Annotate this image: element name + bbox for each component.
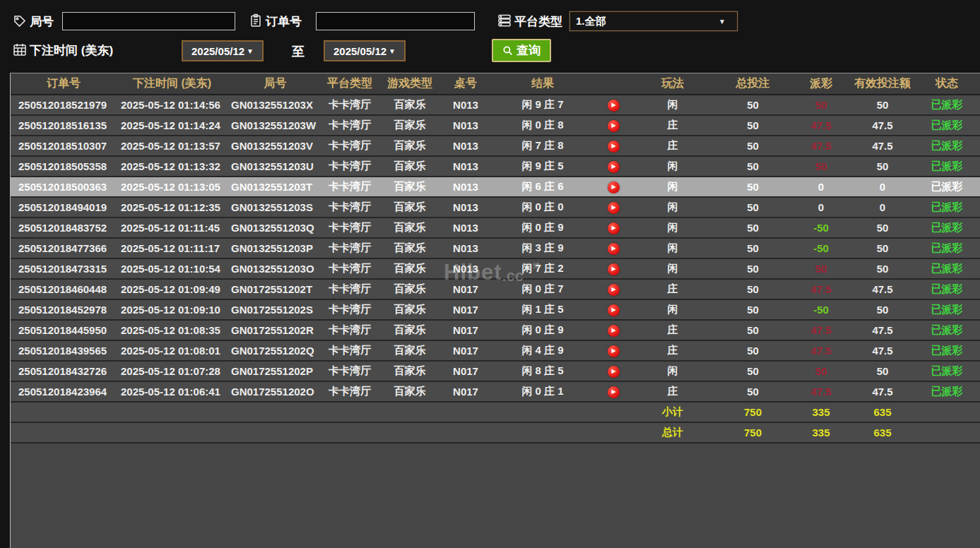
total-row-valid-bet: 635: [852, 422, 913, 443]
cell-order: 250512018432726: [11, 361, 117, 381]
table-row[interactable]: 2505120184395652025-05-12 01:08:01GN0172…: [11, 340, 980, 361]
cell-result: 闲 3 庄 9: [488, 238, 597, 258]
cell-replay: [597, 361, 630, 381]
cell-game: 百家乐: [377, 197, 443, 218]
replay-video-button[interactable]: [608, 386, 620, 398]
cell-time: 2025-05-12 01:11:17: [117, 238, 228, 258]
replay-video-button[interactable]: [608, 284, 620, 296]
cell-status: 已派彩: [913, 299, 980, 320]
cell-game: 百家乐: [377, 299, 443, 320]
table-row[interactable]: 2505120185161352025-05-12 01:14:24GN0132…: [11, 115, 980, 136]
cell-result: 闲 7 庄 2: [488, 258, 597, 279]
cell-order: 250512018439565: [11, 340, 117, 361]
cell-order: 250512018494019: [11, 197, 117, 218]
cell-play: 闲: [630, 95, 716, 115]
cell-result: 闲 0 庄 7: [488, 279, 597, 299]
replay-video-button[interactable]: [608, 120, 620, 132]
cell-replay: [597, 218, 630, 238]
table-row[interactable]: 2505120184837522025-05-12 01:11:45GN0132…: [11, 218, 980, 238]
column-header: 派彩: [790, 73, 852, 95]
table-row[interactable]: 2505120185219792025-05-12 01:14:56GN0132…: [11, 95, 980, 115]
cell-status: 已派彩: [913, 381, 980, 402]
cell-valid_bet: 50: [852, 258, 913, 279]
cell-result: 闲 1 庄 5: [488, 299, 597, 320]
order-number-input[interactable]: [316, 12, 475, 30]
cell-result: 闲 0 庄 8: [488, 115, 597, 136]
cell-play: 闲: [630, 197, 716, 218]
platform-type-label: 平台类型: [514, 13, 562, 30]
round-number-input[interactable]: [62, 12, 235, 30]
cell-status: 已派彩: [913, 197, 980, 218]
cell-play: 闲: [630, 156, 716, 177]
replay-video-button[interactable]: [608, 263, 620, 275]
replay-video-button[interactable]: [608, 304, 620, 316]
cell-round: GN0132551203T: [228, 177, 323, 197]
cell-status: 已派彩: [913, 95, 980, 115]
column-header: 桌号: [443, 73, 488, 95]
cell-order: 250512018477366: [11, 238, 117, 258]
replay-video-button[interactable]: [608, 243, 620, 255]
cell-order: 250512018516135: [11, 115, 117, 136]
replay-video-button[interactable]: [608, 100, 620, 112]
query-button[interactable]: 查询: [492, 39, 551, 62]
table-row[interactable]: 2505120184239642025-05-12 01:06:41GN0172…: [11, 381, 980, 402]
table-row[interactable]: 2505120184604482025-05-12 01:09:49GN0172…: [11, 279, 980, 299]
cell-status: 已派彩: [913, 177, 980, 197]
replay-video-button[interactable]: [608, 366, 620, 378]
platform-list-icon: [497, 13, 512, 28]
cell-game: 百家乐: [377, 115, 443, 136]
cell-total_bet: 50: [716, 177, 790, 197]
cell-replay: [597, 115, 630, 136]
cell-round: GN0132551203W: [228, 115, 323, 136]
replay-video-button[interactable]: [608, 161, 620, 173]
cell-time: 2025-05-12 01:07:28: [117, 361, 228, 381]
date-to-picker[interactable]: 2025/05/12 ▼: [324, 40, 406, 61]
subtotal-row-label: 小计: [630, 402, 716, 422]
replay-video-button[interactable]: [608, 202, 620, 214]
cell-result: 闲 0 庄 9: [488, 218, 597, 238]
column-header: 有效投注额: [852, 73, 913, 95]
table-row[interactable]: 2505120185053582025-05-12 01:13:32GN0132…: [11, 156, 980, 177]
cell-time: 2025-05-12 01:08:35: [117, 320, 228, 340]
cell-result: 闲 9 庄 7: [488, 95, 597, 115]
table-row[interactable]: 2505120184459502025-05-12 01:08:35GN0172…: [11, 320, 980, 340]
empty-cell: [11, 402, 117, 422]
cell-game: 百家乐: [377, 279, 443, 299]
cell-total_bet: 50: [716, 258, 790, 279]
cell-replay: [597, 136, 630, 156]
cell-payout: 47.5: [790, 320, 852, 340]
replay-video-button[interactable]: [608, 181, 620, 193]
replay-video-button[interactable]: [608, 345, 620, 357]
table-row[interactable]: 2505120185003632025-05-12 01:13:05GN0132…: [11, 177, 980, 197]
cell-play: 闲: [630, 177, 716, 197]
cell-table_no: N017: [443, 361, 488, 381]
cell-valid_bet: 50: [852, 218, 913, 238]
table-row[interactable]: 2505120184940192025-05-12 01:12:35GN0132…: [11, 197, 980, 218]
cell-valid_bet: 47.5: [852, 136, 913, 156]
empty-cell: [323, 402, 377, 422]
cell-round: GN0132551203X: [228, 95, 323, 115]
cell-valid_bet: 50: [852, 95, 913, 115]
cell-play: 庄: [630, 115, 716, 136]
table-row[interactable]: 2505120184327262025-05-12 01:07:28GN0172…: [11, 361, 980, 381]
cell-time: 2025-05-12 01:14:24: [117, 115, 228, 136]
empty-cell: [913, 402, 980, 422]
replay-video-button[interactable]: [608, 325, 620, 337]
total-row-payout: 335: [790, 422, 852, 443]
table-row[interactable]: 2505120184733152025-05-12 01:10:54GN0132…: [11, 258, 980, 279]
cell-result: 闲 0 庄 9: [488, 320, 597, 340]
cell-time: 2025-05-12 01:13:32: [117, 156, 228, 177]
table-row[interactable]: 2505120184773662025-05-12 01:11:17GN0132…: [11, 238, 980, 258]
replay-video-button[interactable]: [608, 222, 620, 234]
cell-result: 闲 9 庄 5: [488, 156, 597, 177]
tag-icon: [13, 14, 27, 28]
platform-select[interactable]: 1.全部 ▼: [569, 11, 738, 31]
cell-payout: 50: [790, 156, 852, 177]
cell-status: 已派彩: [913, 361, 980, 381]
date-from-picker[interactable]: 2025/05/12 ▼: [182, 40, 264, 61]
empty-cell: [597, 402, 630, 422]
replay-video-button[interactable]: [608, 141, 620, 153]
column-header: 总投注: [716, 73, 790, 95]
table-row[interactable]: 2505120185103072025-05-12 01:13:57GN0132…: [11, 136, 980, 156]
table-row[interactable]: 2505120184529782025-05-12 01:09:10GN0172…: [11, 299, 980, 320]
